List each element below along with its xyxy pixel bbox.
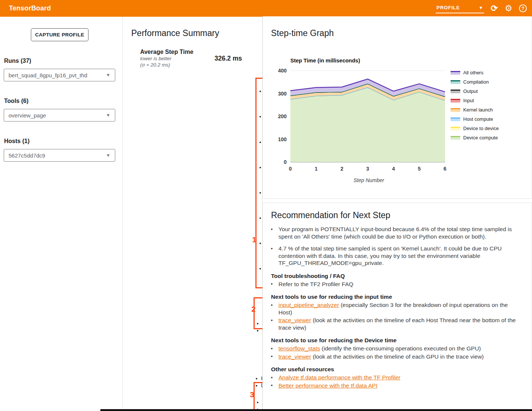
tool-link[interactable]: tensorflow_stats [278,345,320,352]
legend-swatch [451,80,460,84]
step-time-graph-card: Step-time Graph Step Time (in millisecon… [262,16,532,199]
annotation-2: 2 [251,305,256,314]
svg-text:4: 4 [392,166,395,172]
runs-label: Runs (37) [4,58,31,64]
chart-legend: All othersCompilationOutputInputKernel l… [451,70,499,140]
legend-item: All others [451,70,499,75]
section-item: Refer to the TF2 Profiler FAQ [271,281,519,288]
metric-name: Average Step Time [140,49,215,55]
chevron-down-icon: ▼ [479,5,483,10]
dashboard-selector-value: PROFILE [436,5,460,10]
legend-swatch [451,127,460,130]
section-heading: Other useful resources [271,366,520,373]
x-axis-title: Step Number [322,177,415,183]
legend-item: Compilation [451,79,499,85]
tool-link[interactable]: input_pipeline_analyzer [278,302,339,308]
recommendation-title: Recommendation for Next Step [271,210,520,220]
help-icon[interactable]: ? [519,4,527,12]
runs-select-value: bert_squad_8gpu_fp16_pvt_thd [9,72,87,78]
app-header: TensorBoard PROFILE ▼ ⟳ ⚙ ? [0,0,532,17]
legend-label: Output [463,88,478,94]
tool-link[interactable]: Analyze tf.data performance with the TF … [278,374,400,381]
legend-label: Kernel launch [463,107,493,113]
recommendation-section: Tool troubleshooting / FAQRefer to the T… [271,273,520,288]
annotation-3: 3 [250,390,254,399]
section-item: input_pipeline_analyzer (especially Sect… [271,301,519,316]
legend-swatch [451,99,460,103]
runs-select[interactable]: bert_squad_8gpu_fp16_pvt_thd ▼ [4,69,115,81]
chevron-down-icon: ▼ [106,113,110,118]
legend-swatch [451,108,460,112]
svg-text:6: 6 [444,166,446,172]
right-panel: Step-time Graph Step Time (in millisecon… [262,17,532,411]
recommendation-bullet: 4.7 % of the total step time sampled is … [271,245,519,267]
section-heading: Tool troubleshooting / FAQ [271,273,520,279]
legend-label: Input [463,98,474,103]
legend-item: Device compute [451,135,499,140]
legend-swatch [451,90,460,93]
step-time-chart[interactable]: 01002003004000123456 [275,65,450,172]
tools-select[interactable]: overview_page ▼ [4,109,115,122]
svg-text:5: 5 [418,166,421,172]
chevron-down-icon: ▼ [106,72,110,78]
svg-text:100: 100 [278,136,287,142]
performance-summary-title: Performance Summary [131,28,219,38]
svg-text:0: 0 [289,166,292,172]
legend-swatch [451,117,460,121]
legend-item: Device to device [451,126,499,131]
performance-summary-panel: Performance Summary Average Step Time lo… [123,17,262,411]
recommendation-section: Next tools to use for reducing the Devic… [271,337,520,360]
recommendation-card: Recommendation for Next Step Your progra… [262,203,532,409]
recommendation-section: Next tools to use for reducing the input… [271,294,520,331]
metric-note: lower is better [140,55,215,62]
legend-label: Compilation [463,79,489,85]
hosts-select-value: 5627c5dd7dc9 [9,152,45,159]
gear-icon[interactable]: ⚙ [504,4,512,13]
legend-label: Host compute [463,116,493,122]
recommendation-bullets: Your program is POTENTIALLY input-bound … [271,226,520,267]
hosts-label: Hosts (1) [4,138,29,145]
recommendation-bullet: Your program is POTENTIALLY input-bound … [271,226,519,240]
legend-label: All others [463,70,483,75]
svg-text:1: 1 [315,166,317,172]
section-item: Better performance with the tf.data API [271,382,519,389]
recommendation-sections: Tool troubleshooting / FAQRefer to the T… [271,273,520,389]
tool-link[interactable]: trace_viewer [278,317,311,323]
section-item: trace_viewer (look at the activities on … [271,317,519,331]
svg-text:300: 300 [278,91,287,97]
section-heading: Next tools to use for reducing the input… [271,294,520,300]
section-item: trace_viewer (look at the activities on … [271,353,519,360]
horizontal-scrollbar[interactable] [100,409,532,411]
tool-link[interactable]: Better performance with the tf.data API [278,382,377,389]
svg-text:200: 200 [278,113,287,119]
app-title: TensorBoard [9,4,51,12]
hosts-select[interactable]: 5627c5dd7dc9 ▼ [4,149,115,162]
legend-swatch [451,136,460,140]
legend-swatch [451,71,460,75]
capture-profile-button[interactable]: CAPTURE PROFILE [31,28,88,41]
svg-text:2: 2 [341,166,344,172]
legend-item: Input [451,98,499,103]
legend-item: Host compute [451,116,499,122]
metric-value: 326.2 ms [215,55,242,62]
svg-text:400: 400 [278,68,287,74]
average-step-time-row: Average Step Time lower is better (σ = 2… [140,49,244,68]
section-item: Analyze tf.data performance with the TF … [271,374,519,381]
sidebar: CAPTURE PROFILE Runs (37) bert_squad_8gp… [0,17,123,411]
legend-item: Output [451,88,499,94]
legend-label: Device compute [463,135,498,140]
section-heading: Next tools to use for reducing the Devic… [271,337,520,344]
svg-text:3: 3 [366,166,369,172]
recommendation-section: Other useful resourcesAnalyze tf.data pe… [271,366,520,389]
step-time-graph-title: Step-time Graph [271,28,334,38]
section-item: tensorflow_stats (identify the time-cons… [271,345,519,352]
legend-item: Kernel launch [451,107,499,113]
svg-text:0: 0 [284,159,287,165]
tool-link[interactable]: trace_viewer [278,353,311,360]
tensorboard-profile-page: TensorBoard PROFILE ▼ ⟳ ⚙ ? CAPTURE PROF… [0,0,532,411]
tools-select-value: overview_page [9,112,46,119]
legend-label: Device to device [463,126,499,131]
metric-sigma: (σ = 20.2 ms) [140,62,215,68]
dashboard-selector[interactable]: PROFILE ▼ [436,3,484,13]
refresh-icon[interactable]: ⟳ [491,4,498,13]
